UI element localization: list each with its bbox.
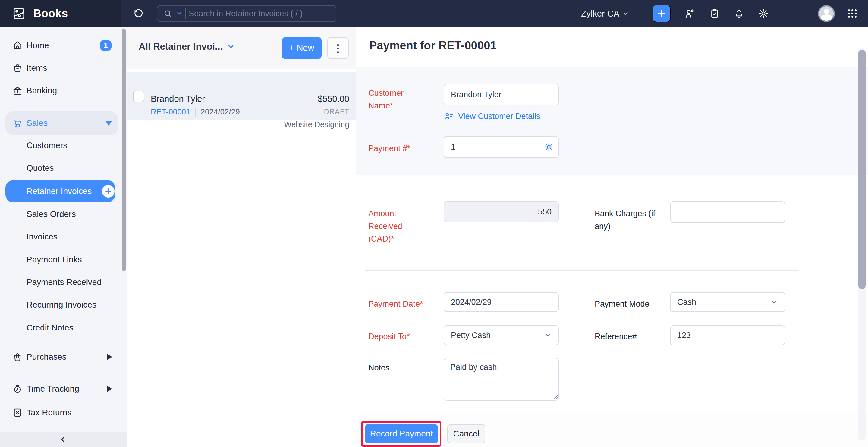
app-grid-icon[interactable] <box>846 7 858 20</box>
list-more-menu-button[interactable]: ⋮ <box>327 37 349 59</box>
sidebar-item-retainer-invoices[interactable]: Retainer Invoices + <box>0 180 127 202</box>
books-logo-icon <box>11 6 27 21</box>
chevron-down-icon <box>622 10 629 17</box>
search-input[interactable] <box>189 9 330 19</box>
sidebar-subitem-label: Invoices <box>27 232 58 242</box>
sidebar-item-payment-links[interactable]: Payment Links <box>0 248 127 271</box>
bank-charges-label: Bank Charges (if any) <box>595 207 658 232</box>
payment-number-settings-gear-icon[interactable] <box>544 142 554 152</box>
sidebar-subitem-label: Payment Links <box>27 255 82 264</box>
sidebar-item-label: Purchases <box>27 352 66 362</box>
home-badge: 1 <box>100 40 112 51</box>
view-customer-details-link[interactable]: View Customer Details <box>444 111 540 122</box>
customer-name-field[interactable] <box>444 84 559 105</box>
org-switcher[interactable]: Zylker CA <box>581 0 629 27</box>
tax-percent-icon <box>12 407 23 418</box>
sidebar-item-invoices[interactable]: Invoices <box>0 225 127 248</box>
sidebar-item-label: Time Tracking <box>27 384 79 394</box>
section-divider <box>365 270 799 271</box>
notes-field[interactable]: Paid by cash. <box>444 358 559 401</box>
reference-label: Reference# <box>595 330 673 343</box>
textarea-resize-grip[interactable] <box>553 393 558 399</box>
deposit-to-select[interactable]: Petty Cash <box>444 325 559 345</box>
list-filter-dropdown[interactable]: All Retainer Invoi... <box>138 41 235 52</box>
sidebar-item-quotes[interactable]: Quotes <box>0 157 127 180</box>
time-tracking-expand-caret-icon[interactable] <box>107 386 112 392</box>
sidebar-scrollbar[interactable] <box>122 29 126 271</box>
amount-received-label: Amount Received (CAD)* <box>368 207 413 245</box>
sidebar-item-items[interactable]: Items <box>0 57 127 79</box>
row-amount: $550.00 <box>318 94 349 104</box>
customer-name-label: Customer Name* <box>368 87 416 112</box>
sidebar-item-label: Sales <box>27 118 48 128</box>
payment-date-field[interactable] <box>444 292 559 312</box>
recent-history-icon[interactable] <box>131 7 145 20</box>
sidebar-subitem-label: Retainer Invoices <box>27 187 92 196</box>
sidebar-subitem-label: Customers <box>27 141 67 150</box>
payment-form-panel: Payment for RET-00001 Customer Name* Vie… <box>356 27 868 447</box>
sidebar-item-time-tracking[interactable]: Time Tracking <box>0 377 127 400</box>
row-project: Website Designing <box>284 120 349 129</box>
search-divider <box>185 8 186 19</box>
avatar-body <box>820 14 833 22</box>
sidebar-item-tax-returns[interactable]: Tax Returns <box>0 401 127 424</box>
search-scope-chevron-icon[interactable] <box>176 10 182 17</box>
sidebar-item-customers[interactable]: Customers <box>0 134 127 157</box>
purchases-bag-icon <box>12 352 23 362</box>
form-top-section <box>356 67 868 175</box>
search-icon <box>163 8 173 19</box>
notifications-bell-icon[interactable] <box>733 7 745 20</box>
payment-number-field[interactable] <box>444 136 559 158</box>
record-payment-button[interactable]: Record Payment <box>365 424 438 443</box>
sidebar-item-sales[interactable]: Sales <box>0 111 127 135</box>
user-avatar[interactable] <box>818 5 835 22</box>
amount-received-field[interactable] <box>444 201 559 222</box>
sidebar-item-purchases[interactable]: Purchases <box>0 346 127 369</box>
sidebar-item-label: Banking <box>27 86 57 95</box>
reference-field[interactable] <box>670 325 785 345</box>
chevron-down-icon <box>544 332 552 339</box>
tasks-icon[interactable] <box>709 7 721 20</box>
retainer-invoice-row[interactable]: Brandon Tyler $550.00 RET-00001 2024/02/… <box>127 72 355 121</box>
sidebar-item-payments-received[interactable]: Payments Received <box>0 271 127 294</box>
payment-mode-label: Payment Mode <box>595 297 673 310</box>
settings-gear-icon[interactable] <box>757 7 770 20</box>
sidebar-subitem-label: Quotes <box>27 163 54 173</box>
bank-charges-field[interactable] <box>670 201 785 223</box>
payment-date-label: Payment Date* <box>368 297 447 310</box>
notes-label: Notes <box>368 361 447 374</box>
sidebar-item-credit-notes[interactable]: Credit Notes <box>0 316 127 339</box>
new-button[interactable]: + New <box>282 37 321 59</box>
sidebar-subitem-label: Sales Orders <box>27 209 76 219</box>
row-invoice-number-link[interactable]: RET-00001 <box>151 107 190 117</box>
cancel-button[interactable]: Cancel <box>447 424 485 443</box>
sales-expand-caret-icon[interactable] <box>105 121 112 126</box>
quick-create-button[interactable] <box>652 5 671 22</box>
payment-number-label: Payment #* <box>368 142 447 155</box>
chevron-down-icon <box>771 298 778 306</box>
bank-icon <box>12 85 23 96</box>
sidebar-item-home[interactable]: Home 1 <box>0 34 127 57</box>
list-title: All Retainer Invoi... <box>138 41 223 52</box>
payment-mode-value: Cash <box>677 297 696 307</box>
sidebar-subitem-label: Payments Received <box>27 278 101 287</box>
users-icon[interactable] <box>684 7 696 20</box>
purchases-expand-caret-icon[interactable] <box>107 354 112 360</box>
avatar-head <box>824 9 829 14</box>
row-status-badge: DRAFT <box>324 108 349 116</box>
deposit-to-label: Deposit To* <box>368 330 447 343</box>
sidebar-item-banking[interactable]: Banking <box>0 79 127 102</box>
home-icon <box>12 40 23 51</box>
main-scrollbar[interactable] <box>858 50 866 289</box>
global-search <box>157 5 336 22</box>
payment-mode-select[interactable]: Cash <box>670 292 785 312</box>
items-basket-icon <box>12 63 23 73</box>
sidebar-item-recurring-invoices[interactable]: Recurring Invoices <box>0 293 127 316</box>
new-retainer-invoice-icon[interactable]: + <box>102 185 115 198</box>
topbar: Books Zylker CA <box>0 0 868 27</box>
sidebar-item-label: Tax Returns <box>27 408 71 417</box>
app-name: Books <box>33 7 68 20</box>
sidebar-collapse-bar[interactable] <box>0 432 127 447</box>
sidebar-item-sales-orders[interactable]: Sales Orders <box>0 203 127 226</box>
row-checkbox[interactable] <box>133 91 144 102</box>
